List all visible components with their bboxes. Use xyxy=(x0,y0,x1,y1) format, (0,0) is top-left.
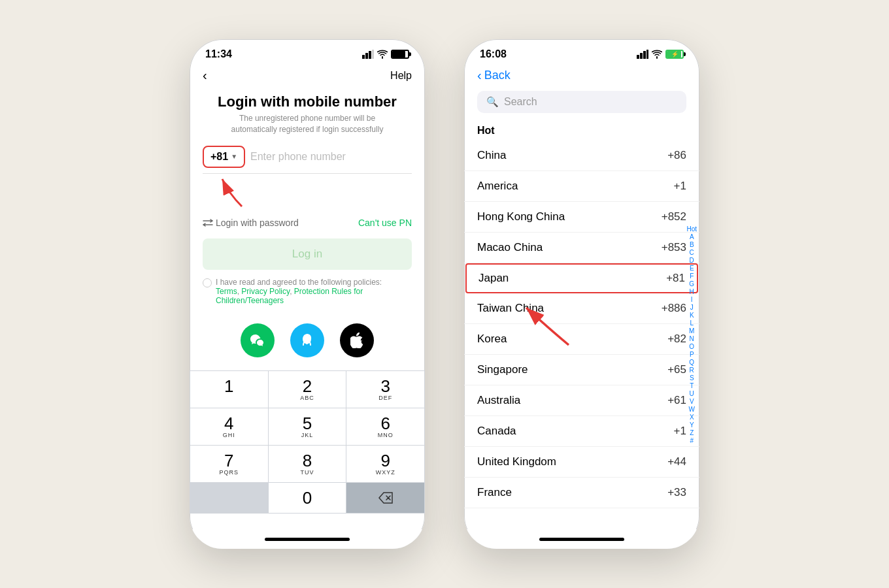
country-item[interactable]: Canada +1 xyxy=(464,416,699,447)
social-login-row xyxy=(190,310,425,370)
search-icon: 🔍 xyxy=(486,96,499,108)
country-name: America xyxy=(477,180,518,193)
alpha-letter[interactable]: D xyxy=(690,257,694,264)
alphabet-sidebar[interactable]: HotABCDEFGHIJKLMNOPQRSTUVWXYZ# xyxy=(686,140,697,529)
numpad-bottom: 0 xyxy=(190,483,425,514)
country-code: +44 xyxy=(667,455,686,468)
country-name: France xyxy=(477,486,512,499)
apple-icon xyxy=(350,333,363,348)
phone-input-placeholder[interactable]: Enter phone number xyxy=(250,151,412,163)
country-item[interactable]: China +86 xyxy=(464,140,699,171)
alpha-letter[interactable]: K xyxy=(690,312,694,319)
right-wifi-icon xyxy=(652,50,662,59)
left-phone: 11:34 xyxy=(190,39,425,549)
search-bar[interactable]: 🔍 Search xyxy=(477,91,686,113)
wechat-login-button[interactable] xyxy=(241,323,275,357)
backspace-icon xyxy=(378,492,394,504)
key-4[interactable]: 4 GHI xyxy=(190,408,268,445)
alpha-letter[interactable]: W xyxy=(688,406,694,413)
key-3[interactable]: 3 DEF xyxy=(346,371,424,408)
right-nav: ‹ Back xyxy=(464,65,699,88)
key-1[interactable]: 1 xyxy=(190,371,268,408)
login-with-password[interactable]: Login with password xyxy=(203,218,299,228)
key-6[interactable]: 6 MNO xyxy=(346,408,424,445)
country-item[interactable]: United Kingdom +44 xyxy=(464,447,699,478)
alpha-letter[interactable]: E xyxy=(690,265,694,272)
qq-login-button[interactable] xyxy=(290,323,324,357)
right-signal-icon xyxy=(637,50,648,59)
key-2[interactable]: 2 ABC xyxy=(269,371,346,408)
alpha-letter[interactable]: Z xyxy=(690,429,694,436)
left-status-bar: 11:34 xyxy=(190,39,425,65)
hot-section-header: Hot xyxy=(464,121,699,140)
country-item[interactable]: Taiwan China +886 xyxy=(464,293,699,324)
key-8[interactable]: 8 TUV xyxy=(269,446,346,482)
privacy-link[interactable]: Privacy Policy xyxy=(241,287,290,296)
alpha-letter[interactable]: X xyxy=(690,414,694,421)
alpha-letter[interactable]: Q xyxy=(689,359,694,366)
right-back-button[interactable]: ‹ Back xyxy=(477,68,511,83)
terms-link[interactable]: Terms xyxy=(216,287,237,296)
country-code: +1 xyxy=(674,425,686,438)
country-list: China +86 America +1 Hong Kong China +85… xyxy=(464,140,699,529)
agree-checkbox[interactable] xyxy=(203,278,212,287)
swap-icon xyxy=(203,219,213,227)
alpha-letter[interactable]: V xyxy=(690,398,694,405)
apple-login-button[interactable] xyxy=(340,323,374,357)
country-item[interactable]: Singapore +65 xyxy=(464,355,699,385)
alpha-letter[interactable]: U xyxy=(690,390,694,397)
country-item[interactable]: Hong Kong China +852 xyxy=(464,202,699,233)
qq-icon xyxy=(299,333,315,348)
svg-rect-0 xyxy=(362,55,365,59)
alpha-letter[interactable]: C xyxy=(690,249,694,256)
right-phone-content: ‹ Back 🔍 Search Hot China +86 America +1… xyxy=(464,65,699,529)
alpha-letter[interactable]: O xyxy=(689,343,694,350)
alpha-letter[interactable]: M xyxy=(689,327,694,335)
svg-rect-1 xyxy=(365,53,368,59)
country-name: Canada xyxy=(477,425,516,438)
key-9[interactable]: 9 WXYZ xyxy=(346,446,424,482)
alpha-letter[interactable]: Hot xyxy=(686,225,697,233)
country-items: China +86 America +1 Hong Kong China +85… xyxy=(464,140,699,508)
country-item[interactable]: America +1 xyxy=(464,171,699,202)
alpha-letter[interactable]: H xyxy=(690,288,694,295)
alpha-letter[interactable]: G xyxy=(689,280,694,287)
alpha-letter[interactable]: I xyxy=(691,296,693,303)
key-7[interactable]: 7 PQRS xyxy=(190,446,268,482)
country-code: +82 xyxy=(667,333,686,346)
alpha-letter[interactable]: J xyxy=(690,304,694,311)
alpha-letter[interactable]: N xyxy=(690,335,694,342)
alpha-letter[interactable]: R xyxy=(690,367,694,374)
login-button[interactable]: Log in xyxy=(203,238,412,270)
key-5[interactable]: 5 JKL xyxy=(269,408,346,445)
right-battery-icon: ⚡ xyxy=(665,50,684,59)
country-code: +33 xyxy=(667,486,686,499)
country-name: Australia xyxy=(477,394,520,407)
country-item[interactable]: Australia +61 xyxy=(464,385,699,416)
alpha-letter[interactable]: L xyxy=(690,319,694,327)
help-button[interactable]: Help xyxy=(390,70,412,82)
key-0[interactable]: 0 xyxy=(269,483,346,513)
search-placeholder: Search xyxy=(504,96,537,108)
country-code-button[interactable]: +81 ▼ xyxy=(203,146,245,168)
alpha-letter[interactable]: A xyxy=(690,233,694,240)
country-item[interactable]: Korea +82 xyxy=(464,324,699,355)
alpha-letter[interactable]: # xyxy=(690,437,694,444)
key-delete[interactable] xyxy=(346,483,424,513)
alpha-letter[interactable]: T xyxy=(690,382,694,389)
country-item[interactable]: Macao China +853 xyxy=(464,233,699,263)
protection-link[interactable]: Protection Rules for Children/Teenagers xyxy=(216,287,363,305)
alpha-letter[interactable]: B xyxy=(690,241,694,248)
alpha-letter[interactable]: P xyxy=(690,351,694,358)
cant-use-pn[interactable]: Can't use PN xyxy=(358,218,412,228)
right-phone: 16:08 ⚡ xyxy=(464,39,699,549)
phone-input-row: +81 ▼ Enter phone number xyxy=(203,146,412,174)
alpha-letter[interactable]: S xyxy=(690,374,694,382)
alpha-letter[interactable]: Y xyxy=(690,421,694,429)
left-back-button[interactable]: ‹ xyxy=(203,68,207,83)
agree-text: I have read and agreed to the following … xyxy=(216,278,412,305)
alpha-letter[interactable]: F xyxy=(690,272,694,280)
country-item[interactable]: France +33 xyxy=(464,478,699,508)
country-item[interactable]: Japan +81 xyxy=(465,263,698,293)
left-phone-content: ‹ Help Login with mobile number The unre… xyxy=(190,65,425,529)
